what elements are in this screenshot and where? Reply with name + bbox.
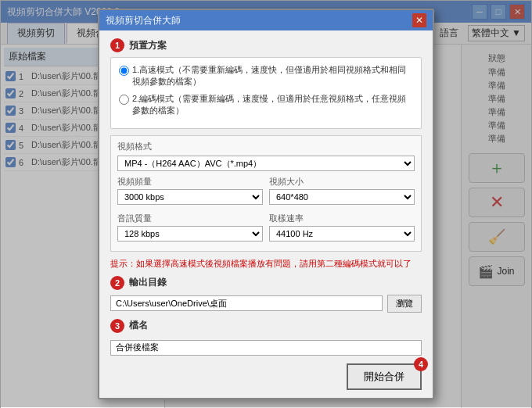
video-size-label: 視頻大小 [269,176,415,188]
sample-rate-col: 取樣速率 44100 Hz [269,213,415,242]
modal-close-button[interactable]: ✕ [412,13,426,27]
main-window: 視頻剪切合併大師 V2023.3 ─ □ ✕ 視頻剪切 視頻合併 Donate … [0,0,532,408]
audio-quality-label: 音訊質量 [117,213,263,224]
bitrate-select[interactable]: 3000 kbps [117,189,263,205]
modal-dialog: 視頻剪切合併大師 ✕ 1 預置方案 1.高速模式（不需要重新編碼，速度快，但僅適… [98,9,434,399]
output-path-input[interactable] [110,295,383,311]
step4-badge: 4 [414,357,428,371]
filename-section-header: 3 檔名 [110,319,422,333]
video-format-label: 視頻格式 [117,141,415,152]
modal-body: 1 預置方案 1.高速模式（不需要重新編碼，速度快，但僅適用於相同視頻格式和相同… [99,30,433,398]
preset-option-2-label: 2.編碼模式（需要重新編碼，速度慢，但適用於任意視頻格式，任意視頻參數的檔案） [132,93,413,117]
start-btn-row: 開始合併 4 [110,363,422,390]
browse-button[interactable]: 瀏覽 [387,295,422,313]
video-size-col: 視頻大小 640*480 [269,176,415,205]
sample-rate-label: 取樣速率 [269,213,415,224]
filename-input[interactable] [110,340,422,356]
video-format-select[interactable]: MP4 -（H264 AAC）AVC（*.mp4） [117,156,415,171]
preset-option-1-label: 1.高速模式（不需要重新編碼，速度快，但僅適用於相同視頻格式和相同視頻參數的檔案… [132,64,413,88]
step2-badge: 2 [110,276,124,290]
output-row: 瀏覽 [110,295,422,313]
step3-badge: 3 [110,319,124,333]
output-dir-title: 輸出目錄 [129,276,167,289]
video-size-select[interactable]: 640*480 [269,189,415,205]
filename-title: 檔名 [129,319,148,332]
preset-radio-1[interactable] [119,66,129,76]
preset-box: 1.高速模式（不需要重新編碼，速度快，但僅適用於相同視頻格式和相同視頻參數的檔案… [110,57,422,129]
video-format-section: 視頻格式 MP4 -（H264 AAC）AVC（*.mp4） 視頻頻量 3000… [110,135,422,252]
audio-sample-row: 音訊質量 128 kbps 取樣速率 44100 Hz [117,213,415,242]
preset-title: 預置方案 [129,39,167,52]
start-merge-button[interactable]: 開始合併 4 [347,363,422,390]
step1-badge: 1 [110,38,124,52]
modal-title-bar: 視頻剪切合併大師 ✕ [99,10,433,30]
hint-text: 提示：如果選擇高速模式後視頻檔案播放有問題，請用第二種編碼模式就可以了 [110,258,422,270]
bitrate-col: 視頻頻量 3000 kbps [117,176,263,205]
output-section: 2 輸出目錄 瀏覽 [110,276,422,313]
bitrate-label: 視頻頻量 [117,176,263,188]
preset-option-1[interactable]: 1.高速模式（不需要重新編碼，速度快，但僅適用於相同視頻格式和相同視頻參數的檔案… [119,64,413,88]
preset-radio-2[interactable] [119,95,129,105]
filename-section: 3 檔名 [110,319,422,356]
preset-option-2[interactable]: 2.編碼模式（需要重新編碼，速度慢，但適用於任意視頻格式，任意視頻參數的檔案） [119,93,413,117]
modal-overlay: 視頻剪切合併大師 ✕ 1 預置方案 1.高速模式（不需要重新編碼，速度快，但僅適… [1,1,531,407]
bitrate-size-row: 視頻頻量 3000 kbps 視頻大小 640*480 [117,176,415,205]
audio-quality-col: 音訊質量 128 kbps [117,213,263,242]
sample-rate-select[interactable]: 44100 Hz [269,226,415,242]
preset-section-header: 1 預置方案 [110,38,422,52]
audio-quality-select[interactable]: 128 kbps [117,226,263,242]
output-section-header: 2 輸出目錄 [110,276,422,290]
modal-title: 視頻剪切合併大師 [106,14,181,27]
